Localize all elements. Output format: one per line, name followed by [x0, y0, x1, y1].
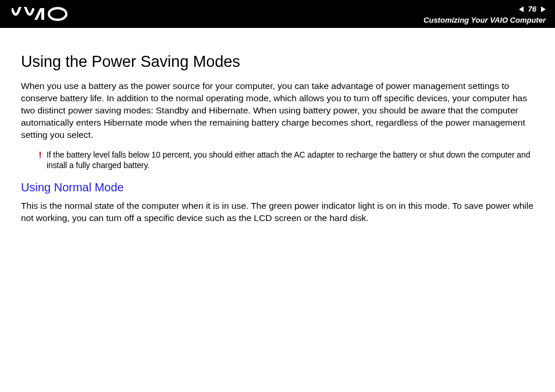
header-right: 76 Customizing Your VAIO Computer [424, 4, 546, 24]
caution-block: ! If the battery level falls below 10 pe… [21, 149, 534, 170]
page-number: 76 [528, 5, 536, 13]
prev-page-arrow-icon[interactable] [519, 4, 525, 15]
caution-icon: ! [37, 149, 43, 160]
page-navigation: 76 [519, 4, 546, 15]
intro-paragraph: When you use a battery as the power sour… [21, 80, 534, 141]
svg-point-1 [49, 8, 66, 20]
normal-mode-paragraph: This is the normal state of the computer… [21, 200, 534, 224]
sub-heading: Using Normal Mode [21, 180, 534, 195]
caution-text: If the battery level falls below 10 perc… [47, 149, 534, 170]
next-page-arrow-icon[interactable] [540, 4, 546, 15]
section-title: Customizing Your VAIO Computer [424, 16, 546, 24]
vaio-logo [12, 7, 76, 21]
main-heading: Using the Power Saving Modes [21, 51, 534, 72]
header-bar: 76 Customizing Your VAIO Computer [0, 0, 555, 28]
page-content: Using the Power Saving Modes When you us… [0, 28, 555, 224]
